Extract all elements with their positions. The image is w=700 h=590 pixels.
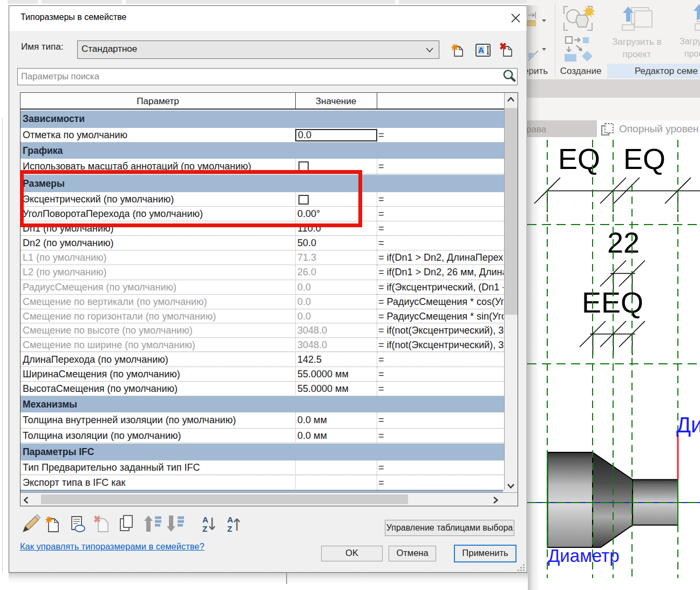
svg-text:EQ: EQ bbox=[558, 143, 600, 175]
svg-text:A: A bbox=[227, 515, 233, 524]
svg-text:22: 22 bbox=[607, 226, 640, 259]
svg-text:Ди: Ди bbox=[676, 413, 700, 437]
svg-text:Z: Z bbox=[202, 524, 207, 533]
svg-text:Диаметр: Диаметр bbox=[548, 546, 620, 566]
svg-text:EQ: EQ bbox=[623, 143, 665, 175]
svg-text:Z: Z bbox=[227, 524, 232, 533]
svg-text:A: A bbox=[202, 515, 208, 524]
svg-text:A: A bbox=[478, 45, 484, 55]
